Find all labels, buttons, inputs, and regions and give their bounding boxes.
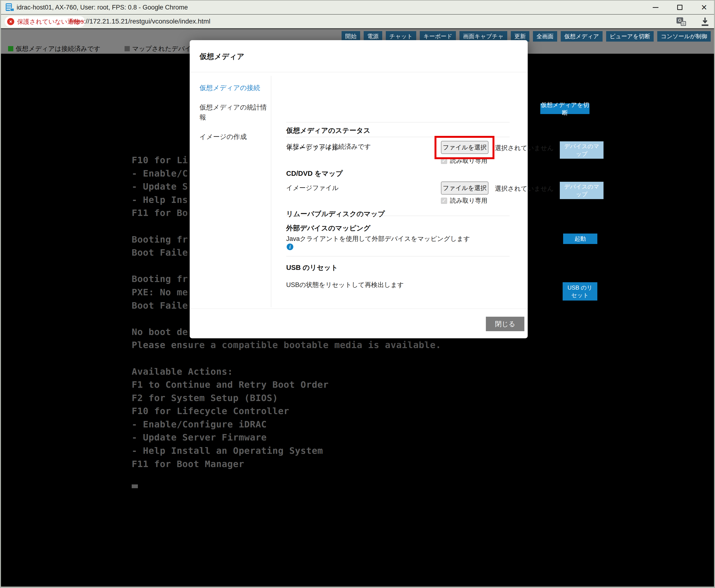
cd-dvd-readonly-label: 読み取り専用 [450,156,487,165]
green-indicator-icon [8,46,13,51]
removable-choose-file-button[interactable]: ファイルを選択 [441,182,489,194]
removable-image-file-label: イメージファイル [286,184,339,192]
close-dialog-button[interactable]: 閉じる [486,317,524,331]
console-cursor [132,484,138,488]
launch-java-button[interactable]: 起動 [563,233,597,244]
translate-icon[interactable]: G [676,17,686,26]
address-bar: × 保護されていない通信 https://172.21.15.21/restgu… [1,15,714,28]
toolbar-button[interactable]: 全画面 [533,31,557,42]
removable-section-heading: リムーバブルディスクのマップ [286,209,385,219]
gray-indicator-icon [125,46,130,51]
toolbar-button[interactable]: コンソールが制御 [657,31,711,42]
usb-description: USBの状態をリセットして再検出します [286,280,404,289]
title-bar: idrac-host01, AX-760, User: root, FPS: 0… [1,0,714,14]
dialog-sidebar: 仮想メディアの接続仮想メディアの統計情報イメージの作成 [200,83,267,142]
usb-section-heading: USB のリセット [286,263,338,273]
divider [286,137,510,137]
removable-readonly-label: 読み取り専用 [450,196,487,205]
cd-dvd-readonly-row: ✓ 読み取り専用 [441,156,487,165]
maximize-icon[interactable] [675,2,685,13]
external-description: Javaクライアントを使用して外部デバイスをマッピングします [286,234,470,243]
dialog-content: 仮想メディアのステータス 仮想メディアは接続済みです 仮想メディアを切断 CD/… [286,40,510,338]
toolbar-button[interactable]: 仮想メディア [561,31,602,42]
cd-dvd-map-device-button[interactable]: デバイスのマップ [560,141,604,159]
idrac-favicon [5,3,14,12]
cd-dvd-readonly-checkbox[interactable]: ✓ [441,158,447,164]
virtual-media-dialog: 仮想メディア 仮想メディアの接続仮想メディアの統計情報イメージの作成 仮想メディ… [190,40,528,338]
cd-dvd-choose-file-button[interactable]: ファイルを選択 [441,141,489,154]
sidebar-item[interactable]: イメージの作成 [200,132,267,142]
download-icon[interactable] [700,17,710,26]
cd-dvd-image-file-label: イメージファイル [286,144,339,152]
window-title: idrac-host01, AX-760, User: root, FPS: 0… [17,4,188,11]
sidebar-item[interactable]: 仮想メディアの統計情報 [200,102,267,122]
usb-reset-button[interactable]: USB のリセット [563,282,597,300]
url-rest: ://172.21.15.21/restgui/vconsole/index.h… [84,18,210,25]
sidebar-item[interactable]: 仮想メディアの接続 [200,83,267,93]
removable-readonly-row: ✓ 読み取り専用 [441,196,487,205]
disconnect-virtual-media-button[interactable]: 仮想メディアを切断 [540,103,590,114]
status-virtual-media-label: 仮想メディアは接続済みです [16,44,100,53]
divider [190,309,528,309]
divider [286,256,510,256]
status-mapped-devices: マップされたデバイス [125,44,198,54]
removable-no-file-text: 選択されていません [495,184,554,193]
minimize-icon[interactable] [650,2,661,13]
toolbar-button[interactable]: ビューアを切断 [606,31,654,42]
close-window-icon[interactable]: × [699,2,709,13]
url-text[interactable]: https://172.21.15.21/restgui/vconsole/in… [69,18,210,25]
info-icon[interactable]: i [287,244,293,250]
not-secure-icon: × [7,18,14,25]
url-scheme: https [69,18,84,25]
divider [286,216,510,216]
browser-window: idrac-host01, AX-760, User: root, FPS: 0… [0,0,715,588]
removable-readonly-checkbox[interactable]: ✓ [441,198,447,204]
removable-map-device-button[interactable]: デバイスのマップ [560,182,604,199]
status-virtual-media: 仮想メディアは接続済みです [8,44,100,54]
status-section-heading: 仮想メディアのステータス [286,126,370,135]
external-section-heading: 外部デバイスのマッピング [286,224,371,233]
cd-dvd-no-file-text: 選択されていません [495,144,554,152]
cd-dvd-section-heading: CD/DVD をマップ [286,169,343,178]
dialog-title: 仮想メディア [200,51,244,62]
status-mapped-devices-label: マップされたデバイス [132,44,198,53]
